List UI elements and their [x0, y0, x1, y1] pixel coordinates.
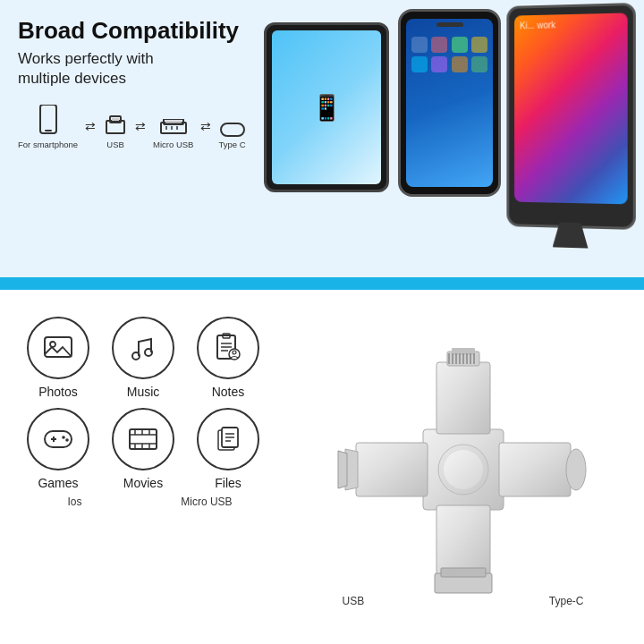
- svg-rect-58: [441, 568, 486, 577]
- typec-icon: [219, 123, 246, 137]
- svg-rect-1: [45, 130, 52, 131]
- music-icon: [126, 331, 160, 365]
- device-connector-labels: USB Type-C: [338, 595, 589, 607]
- svg-rect-43: [436, 362, 490, 434]
- usb-device-svg: [329, 335, 597, 613]
- typec-label: Type C: [218, 140, 245, 149]
- svg-rect-54: [499, 443, 571, 496]
- smartphone-icon: [38, 105, 58, 137]
- files-icon: [211, 422, 245, 456]
- feature-photos: Photos: [18, 317, 98, 399]
- svg-rect-4: [112, 118, 119, 121]
- svg-point-27: [65, 438, 69, 442]
- typec-bottom-label: Type-C: [549, 595, 584, 607]
- feature-files: Files: [188, 408, 268, 490]
- works-subtitle: Works perfectly withmultiple devices: [18, 49, 268, 89]
- movies-circle: [112, 408, 174, 470]
- music-circle: [112, 317, 174, 379]
- photos-label: Photos: [38, 385, 78, 399]
- top-text: Broad Compatibility Works perfectly with…: [18, 18, 268, 149]
- svg-rect-11: [221, 123, 244, 136]
- microusb-connector: Micro USB: [153, 119, 193, 149]
- photos-icon: [41, 331, 75, 365]
- bottom-labels-row: Ios Micro USB: [18, 492, 282, 508]
- feature-games: Games: [18, 408, 98, 490]
- microusb-icon: [159, 119, 188, 137]
- feature-notes: Notes: [188, 317, 268, 399]
- bottom-section: Photos Music: [0, 290, 644, 644]
- files-circle: [197, 408, 259, 470]
- icons-grid: Photos Music: [18, 308, 282, 490]
- microusb-bottom-label: Micro USB: [181, 496, 232, 508]
- svg-rect-56: [436, 505, 490, 577]
- svg-rect-7: [165, 120, 182, 123]
- devices-illustration: 📱 Ki... w: [259, 4, 635, 273]
- usb-device-area: USB Type-C: [291, 308, 635, 635]
- typec-connector: Type C: [218, 123, 245, 149]
- features-area: Photos Music: [18, 308, 282, 635]
- svg-rect-55: [566, 449, 586, 490]
- games-circle: [27, 408, 89, 470]
- film-icon: [126, 422, 160, 456]
- usb-connector: USB: [103, 115, 128, 149]
- feature-music: Music: [103, 317, 183, 399]
- usb-label: USB: [106, 140, 124, 149]
- arrow2: ⇄: [135, 119, 146, 133]
- arrow3: ⇄: [200, 119, 211, 133]
- smartphone-label: For smartphone: [18, 140, 78, 149]
- ios-label: Ios: [67, 496, 81, 508]
- svg-rect-59: [356, 443, 428, 496]
- photos-circle: [27, 317, 89, 379]
- arrow1: ⇄: [85, 119, 96, 133]
- svg-point-13: [50, 342, 55, 347]
- gamepad-icon: [41, 422, 75, 456]
- files-label: Files: [215, 476, 242, 490]
- svg-point-26: [62, 436, 65, 439]
- games-label: Games: [38, 476, 78, 490]
- broad-title: Broad Compatibility: [18, 18, 268, 44]
- usb-icon: [103, 115, 128, 137]
- microusb-label: Micro USB: [153, 140, 193, 149]
- smartphone-connector: For smartphone: [18, 105, 78, 149]
- feature-movies: Movies: [103, 408, 183, 490]
- svg-rect-0: [40, 105, 56, 133]
- notes-icon: [211, 331, 245, 365]
- svg-point-63: [444, 450, 483, 489]
- blue-divider: [0, 277, 644, 290]
- notes-label: Notes: [212, 385, 245, 399]
- top-section: Broad Compatibility Works perfectly with…: [0, 0, 644, 277]
- movies-label: Movies: [123, 476, 163, 490]
- music-label: Music: [127, 385, 160, 399]
- svg-marker-61: [338, 451, 347, 488]
- svg-rect-28: [130, 429, 157, 449]
- notes-circle: [197, 317, 259, 379]
- usb-bottom-label: USB: [343, 595, 365, 607]
- svg-rect-12: [45, 337, 72, 357]
